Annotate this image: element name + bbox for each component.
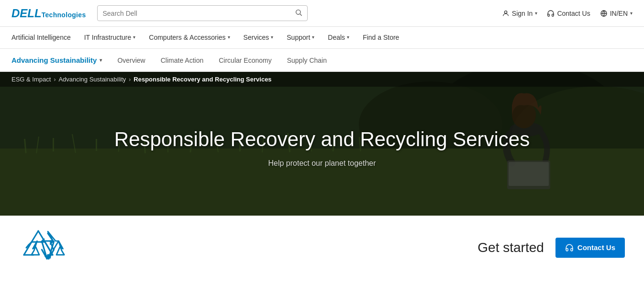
computers-chevron-icon: ▾ xyxy=(228,34,230,40)
services-chevron-icon: ▾ xyxy=(271,34,273,40)
person-icon xyxy=(502,10,510,17)
support-chevron-icon: ▾ xyxy=(312,34,314,40)
search-input[interactable] xyxy=(102,10,293,17)
nav-item-it-infra[interactable]: IT Infrastructure ▾ xyxy=(84,27,136,48)
svg-point-2 xyxy=(504,11,507,13)
sustainability-chevron-icon: ▾ xyxy=(100,57,102,63)
dell-wordmark: DELL xyxy=(11,7,42,20)
sign-in-label: Sign In xyxy=(512,10,533,17)
sign-in-button[interactable]: Sign In ▾ xyxy=(502,10,538,17)
globe-icon xyxy=(600,10,608,17)
get-started-area: Get started Contact Us xyxy=(477,238,625,258)
contact-us-top-button[interactable]: Contact Us xyxy=(547,10,590,17)
language-selector[interactable]: IN/EN ▾ xyxy=(600,10,633,17)
contact-us-button[interactable]: Contact Us xyxy=(555,238,625,258)
hero-subtitle: Help protect our planet together xyxy=(268,159,376,168)
nav-climate-action[interactable]: Climate Action xyxy=(161,57,203,64)
nav-item-find-store[interactable]: Find a Store xyxy=(363,27,399,48)
recycle-icon-area xyxy=(19,227,77,268)
top-bar: DELL Technologies Sign In ▾ Contact Us I… xyxy=(0,0,644,27)
top-actions: Sign In ▾ Contact Us IN/EN ▾ xyxy=(502,10,633,17)
secondary-nav-title[interactable]: Advancing Sustainability ▾ xyxy=(11,56,102,64)
get-started-label: Get started xyxy=(477,240,544,255)
nav-supply-chain[interactable]: Supply Chain xyxy=(287,57,327,64)
language-label: IN/EN xyxy=(610,10,628,17)
nav-item-services[interactable]: Services ▾ xyxy=(244,27,274,48)
contact-us-top-label: Contact Us xyxy=(557,10,590,17)
chevron-down-icon: ▾ xyxy=(535,11,537,16)
language-chevron-icon: ▾ xyxy=(630,11,633,16)
hero-section: ESG & Impact › Advancing Sustainability … xyxy=(0,72,644,216)
recycle-symbol xyxy=(19,229,57,267)
nav-item-computers[interactable]: Computers & Accessories ▾ xyxy=(149,27,230,48)
logo[interactable]: DELL Technologies xyxy=(11,7,86,20)
svg-line-30 xyxy=(32,231,38,242)
deals-chevron-icon: ▾ xyxy=(347,34,349,40)
it-infra-chevron-icon: ▾ xyxy=(133,34,135,40)
main-nav: Artificial Intelligence IT Infrastructur… xyxy=(0,27,644,49)
nav-circular-economy[interactable]: Circular Economy xyxy=(219,57,271,64)
nav-item-ai[interactable]: Artificial Intelligence xyxy=(11,27,71,48)
svg-line-1 xyxy=(300,14,302,16)
contact-us-btn-label: Contact Us xyxy=(577,243,615,252)
nav-overview[interactable]: Overview xyxy=(117,57,145,64)
technologies-wordmark: Technologies xyxy=(42,11,86,19)
bottom-section: Get started Contact Us xyxy=(0,216,644,279)
hero-content: Responsible Recovery and Recycling Servi… xyxy=(0,72,644,216)
headset-icon xyxy=(547,10,555,17)
svg-line-32 xyxy=(45,242,53,255)
secondary-nav: Advancing Sustainability ▾ Overview Clim… xyxy=(0,49,644,72)
nav-item-support[interactable]: Support ▾ xyxy=(287,27,314,48)
search-icon xyxy=(295,9,302,18)
hero-title: Responsible Recovery and Recycling Servi… xyxy=(114,127,530,151)
search-bar[interactable] xyxy=(97,5,308,21)
headset-btn-icon xyxy=(565,243,574,252)
svg-point-0 xyxy=(296,10,300,14)
nav-item-deals[interactable]: Deals ▾ xyxy=(328,27,349,48)
